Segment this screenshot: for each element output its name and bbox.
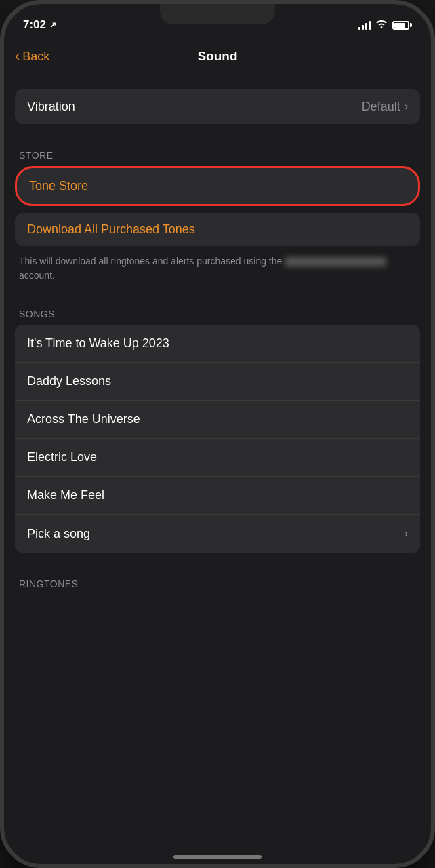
back-chevron-icon: ‹ bbox=[15, 49, 20, 64]
download-label: Download All Purchased Tones bbox=[27, 222, 195, 236]
download-row[interactable]: Download All Purchased Tones bbox=[15, 213, 420, 246]
nav-bar: ‹ Back Sound bbox=[4, 38, 431, 75]
description-box: This will download all ringtones and ale… bbox=[4, 246, 431, 296]
vibration-value: Default bbox=[362, 100, 400, 114]
description-main: This will download all ringtones and ale… bbox=[19, 256, 282, 267]
home-indicator bbox=[173, 855, 262, 859]
ringtones-section-header: RINGTONES bbox=[4, 566, 431, 595]
battery-tip bbox=[410, 23, 412, 27]
back-label: Back bbox=[22, 50, 49, 64]
phone-frame: 7:02 ↗ bbox=[0, 0, 435, 868]
song-row-2[interactable]: Daddy Lessons bbox=[15, 363, 420, 401]
signal-bar-1 bbox=[358, 27, 360, 30]
description-suffix: account. bbox=[19, 270, 55, 281]
song-row-6[interactable]: Pick a song › bbox=[15, 515, 420, 553]
time-display: 7:02 bbox=[23, 18, 46, 32]
location-icon: ↗ bbox=[49, 20, 56, 30]
status-time: 7:02 ↗ bbox=[23, 18, 56, 32]
section-gap-1 bbox=[4, 124, 431, 138]
songs-group: It's Time to Wake Up 2023 Daddy Lessons … bbox=[15, 325, 420, 553]
content-area: Vibration Default › STORE Tone Store Dow… bbox=[4, 75, 431, 864]
nav-title: Sound bbox=[197, 49, 237, 64]
song-row-3[interactable]: Across The Universe bbox=[15, 401, 420, 439]
bottom-spacer bbox=[4, 595, 431, 622]
songs-section-header: SONGS bbox=[4, 296, 431, 325]
battery-fill bbox=[394, 23, 405, 28]
section-gap-2 bbox=[4, 553, 431, 566]
pick-song-chevron-icon: › bbox=[405, 528, 408, 540]
signal-bar-4 bbox=[369, 21, 371, 30]
song-row-4[interactable]: Electric Love bbox=[15, 439, 420, 477]
vibration-group: Vibration Default › bbox=[15, 89, 420, 124]
song-row-1[interactable]: It's Time to Wake Up 2023 bbox=[15, 325, 420, 363]
song-label-5: Make Me Feel bbox=[27, 488, 104, 502]
vibration-value-area: Default › bbox=[362, 100, 408, 114]
song-label-2: Daddy Lessons bbox=[27, 374, 111, 389]
song-label-6: Pick a song bbox=[27, 527, 90, 541]
vibration-chevron-icon: › bbox=[405, 100, 408, 113]
tone-store-label: Tone Store bbox=[29, 179, 88, 193]
signal-bar-2 bbox=[362, 25, 364, 30]
song-label-1: It's Time to Wake Up 2023 bbox=[27, 336, 169, 351]
battery-icon bbox=[392, 21, 412, 30]
download-wrapper: Download All Purchased Tones bbox=[15, 213, 420, 246]
back-button[interactable]: ‹ Back bbox=[15, 49, 49, 64]
tone-store-row[interactable]: Tone Store bbox=[15, 166, 420, 206]
vibration-label: Vibration bbox=[27, 100, 75, 114]
song-label-3: Across The Universe bbox=[27, 412, 140, 427]
song-row-5[interactable]: Make Me Feel bbox=[15, 477, 420, 515]
phone-inner: 7:02 ↗ bbox=[4, 4, 431, 864]
signal-bars-icon bbox=[358, 20, 371, 30]
store-section-header: STORE bbox=[4, 138, 431, 166]
signal-bar-3 bbox=[365, 23, 367, 30]
blurred-account bbox=[285, 257, 386, 267]
status-icons bbox=[358, 19, 412, 31]
song-label-4: Electric Love bbox=[27, 450, 97, 465]
vibration-row[interactable]: Vibration Default › bbox=[15, 89, 420, 124]
description-text: This will download all ringtones and ale… bbox=[19, 254, 416, 283]
battery-body bbox=[392, 21, 409, 30]
notch bbox=[160, 4, 275, 24]
wifi-icon bbox=[375, 19, 388, 31]
